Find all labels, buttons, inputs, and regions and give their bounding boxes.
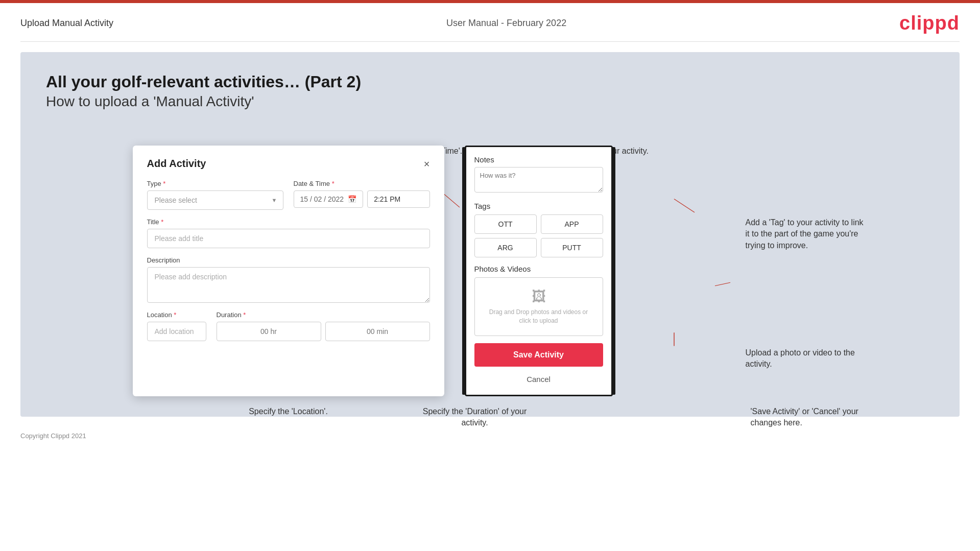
- tags-grid: OTT APP ARG PUTT: [474, 214, 603, 257]
- phone-panel: Notes Tags OTT APP ARG PUTT Photos & Vid…: [465, 146, 613, 396]
- location-duration-row: Location * Duration *: [147, 311, 430, 341]
- date-time-row: 15 / 02 / 2022 📅 2:21 PM: [294, 190, 430, 208]
- time-input[interactable]: 2:21 PM: [367, 190, 429, 208]
- location-input[interactable]: [147, 322, 206, 341]
- section-title: All your golf-relevant activities… (Part…: [46, 73, 934, 91]
- diagram-wrapper: What type of activity was it? Lesson, Ch…: [133, 146, 848, 396]
- phone-panel-wrapper: Notes Tags OTT APP ARG PUTT Photos & Vid…: [465, 146, 613, 396]
- calendar-icon: 📅: [348, 195, 356, 203]
- savecancel-annotation: 'Save Activity' or 'Cancel' your changes…: [751, 406, 873, 429]
- date-input[interactable]: 15 / 02 / 2022 📅: [294, 190, 364, 208]
- datetime-group: Date & Time * 15 / 02 / 2022 📅 2:21 PM: [294, 180, 430, 210]
- location-label: Location *: [147, 311, 206, 319]
- type-group: Type * Please select: [147, 180, 283, 210]
- duration-min-input[interactable]: [325, 322, 430, 341]
- duration-hr-input[interactable]: [217, 322, 321, 341]
- duration-annotation: Specify the 'Duration' of your activity.: [419, 406, 531, 429]
- description-label: Description: [147, 256, 430, 264]
- tag-arg[interactable]: ARG: [474, 238, 537, 257]
- copyright: Copyright Clippd 2021: [20, 432, 86, 440]
- page-title: Upload Manual Activity: [20, 18, 113, 29]
- tag-app[interactable]: APP: [541, 214, 603, 234]
- modal-close-button[interactable]: ×: [424, 159, 430, 169]
- photos-icon: 🖼: [532, 288, 546, 305]
- tags-section-label: Tags: [474, 202, 603, 210]
- type-select[interactable]: Please select: [147, 190, 283, 210]
- header: Upload Manual Activity User Manual - Feb…: [0, 3, 980, 41]
- cancel-button[interactable]: Cancel: [474, 372, 603, 387]
- date-value: 15 / 02 / 2022: [300, 195, 344, 203]
- footer: Copyright Clippd 2021: [0, 427, 980, 445]
- tag-ott[interactable]: OTT: [474, 214, 537, 234]
- notes-section-label: Notes: [474, 155, 603, 164]
- modal-title: Add Activity: [147, 158, 206, 170]
- main-content: All your golf-relevant activities… (Part…: [20, 52, 960, 417]
- panel-left-bar: [462, 147, 466, 395]
- panel-right-bar: [611, 147, 615, 395]
- photos-dropzone[interactable]: 🖼 Drag and Drop photos and videos or cli…: [474, 277, 603, 336]
- time-value: 2:21 PM: [374, 195, 400, 203]
- section-subtitle: How to upload a 'Manual Activity': [46, 93, 934, 110]
- save-activity-button[interactable]: Save Activity: [474, 343, 603, 367]
- add-activity-modal: Add Activity × Type * Please select: [133, 146, 444, 396]
- photos-section-label: Photos & Videos: [474, 265, 603, 273]
- description-textarea[interactable]: [147, 267, 430, 303]
- modal-header: Add Activity ×: [147, 158, 430, 170]
- photos-text: Drag and Drop photos and videos or click…: [485, 308, 592, 325]
- type-label: Type *: [147, 180, 283, 187]
- duration-inputs: [217, 322, 430, 341]
- title-input[interactable]: [147, 229, 430, 248]
- description-group: Description: [147, 256, 430, 303]
- clippd-logo: clippd: [899, 12, 960, 34]
- location-group: Location *: [147, 311, 206, 341]
- location-annotation: Specify the 'Location'.: [240, 406, 337, 417]
- manual-label: User Manual - February 2022: [446, 18, 566, 29]
- title-group: Title *: [147, 218, 430, 248]
- datetime-label: Date & Time *: [294, 180, 430, 187]
- tag-putt[interactable]: PUTT: [541, 238, 603, 257]
- duration-label: Duration *: [217, 311, 430, 319]
- title-label: Title *: [147, 218, 430, 226]
- type-datetime-row: Type * Please select Date & Time *: [147, 180, 430, 210]
- type-select-wrapper: Please select: [147, 190, 283, 210]
- duration-group: Duration *: [217, 311, 430, 341]
- header-divider: [20, 41, 960, 42]
- modal-panel-row: Add Activity × Type * Please select: [133, 146, 848, 396]
- notes-input[interactable]: [474, 167, 603, 193]
